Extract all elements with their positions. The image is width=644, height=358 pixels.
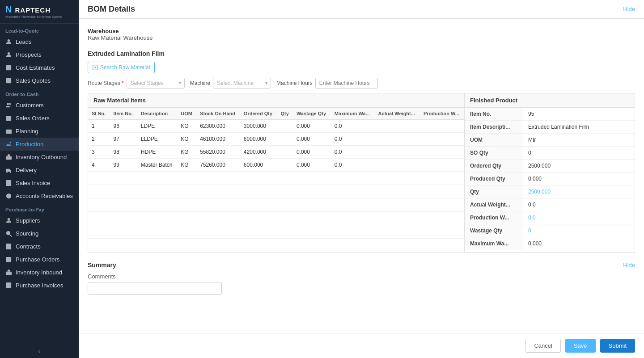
- form-row: Route Stages * Select Stages Machine Sel…: [88, 78, 635, 88]
- fp-row-so-qty: SO Qty 0: [465, 147, 635, 160]
- table-row-empty: [88, 239, 464, 252]
- table-row: 297LLDPEKG46100.0006000.0000.0000.0: [88, 133, 464, 146]
- fp-qty-label: Qty: [465, 185, 523, 198]
- fp-row-uom: UOM Mtr: [465, 134, 635, 147]
- cancel-button[interactable]: Cancel: [525, 339, 560, 353]
- sidebar-item-purchase-orders[interactable]: Purchase Orders: [0, 253, 79, 266]
- sidebar-item-sales-orders-label: Sales Orders: [16, 115, 50, 122]
- fp-so-qty-value: 0: [523, 147, 635, 160]
- svg-rect-5: [6, 78, 11, 83]
- raw-material-panel: Raw Material Items Sl No. Item No. Descr…: [88, 93, 465, 252]
- sidebar-item-contracts[interactable]: Contracts: [0, 240, 79, 253]
- col-uom: UOM: [177, 108, 196, 120]
- fp-item-desc-value: Extruded Lamination Film: [523, 121, 635, 134]
- machine-select[interactable]: Select Machine: [213, 78, 271, 88]
- fp-item-no-label: Item No.: [465, 108, 523, 121]
- fp-production-w-value[interactable]: 0.0: [523, 211, 635, 224]
- sidebar-item-planning[interactable]: Planning: [0, 125, 79, 138]
- col-actual-weight: Actual Weight...: [375, 108, 420, 120]
- sidebar-item-production[interactable]: Production: [0, 138, 79, 151]
- fp-row-actual-weight: Actual Weight... 0.0: [465, 198, 635, 211]
- sidebar-item-accounts-receivables[interactable]: Accounts Receivables: [0, 190, 79, 202]
- comments-input[interactable]: [88, 282, 222, 295]
- table-row-empty: [88, 212, 464, 225]
- table-row-empty: [88, 225, 464, 239]
- table-header-row: Sl No. Item No. Description UOM Stock On…: [88, 108, 464, 120]
- search-raw-material-button[interactable]: Search Raw Material: [88, 62, 155, 73]
- svg-rect-2: [6, 65, 11, 70]
- svg-point-7: [7, 103, 9, 105]
- route-stages-group: Route Stages * Select Stages: [88, 78, 185, 88]
- sidebar-item-cost-estimates[interactable]: Cost Estimates: [0, 61, 79, 74]
- section-order-to-cash: Order-to-Cash: [0, 87, 79, 99]
- col-wastage-qty: Wastage Qty: [293, 108, 331, 120]
- sidebar-item-purchase-invoices[interactable]: Purchase Invoices: [0, 279, 79, 292]
- save-button[interactable]: Save: [565, 339, 596, 353]
- fp-actual-weight-value: 0.0: [523, 198, 635, 211]
- col-sl-no: Sl No.: [88, 108, 110, 120]
- fp-row-wastage-qty: Wastage Qty 0: [465, 224, 635, 237]
- table-row-empty: [88, 185, 464, 198]
- finished-product-table: Item No. 95 Item Descripti... Extruded L…: [465, 108, 635, 250]
- sidebar-item-inventory-inbound-label: Inventory Inbound: [16, 269, 62, 276]
- main-content: BOM Details Hide Warehouse Raw Material …: [79, 0, 644, 358]
- route-stages-select[interactable]: Select Stages: [127, 78, 185, 88]
- svg-point-1: [8, 52, 10, 55]
- fp-qty-value[interactable]: 2500.000: [523, 185, 635, 198]
- svg-point-14: [9, 142, 11, 143]
- hide-button[interactable]: Hide: [623, 6, 635, 13]
- app-tagline: Maximise Revenue Minimise Spend: [5, 15, 73, 19]
- comments-label: Comments: [88, 273, 635, 280]
- col-ordered-qty: Ordered Qty: [240, 108, 277, 120]
- sidebar-item-sales-quotes-label: Sales Quotes: [16, 77, 51, 84]
- sidebar-item-customers[interactable]: Customers: [0, 99, 79, 112]
- summary-hide-button[interactable]: Hide: [623, 262, 635, 269]
- svg-rect-34: [6, 282, 11, 288]
- sidebar-item-accounts-receivables-label: Accounts Receivables: [16, 193, 73, 199]
- machine-group: Machine Select Machine: [190, 78, 271, 88]
- fp-row-max-wa: Maximum Wa... 0.000: [465, 237, 635, 250]
- fp-produced-qty-label: Produced Qty: [465, 173, 523, 185]
- sidebar-item-suppliers[interactable]: Suppliers: [0, 214, 79, 227]
- machine-hours-input[interactable]: [315, 78, 378, 88]
- sidebar-item-leads[interactable]: Leads: [0, 35, 79, 48]
- sidebar-item-inventory-outbound[interactable]: Inventory Outbound: [0, 151, 79, 164]
- sidebar-item-sales-invoice-label: Sales Invoice: [16, 180, 50, 186]
- sidebar-item-sales-invoice[interactable]: Sales Invoice: [0, 177, 79, 190]
- sidebar-item-inventory-inbound[interactable]: Inventory Inbound: [0, 266, 79, 279]
- sidebar-item-sourcing-label: Sourcing: [16, 230, 38, 237]
- sidebar-item-sales-orders[interactable]: Sales Orders: [0, 112, 79, 125]
- finished-product-panel-header: Finished Product: [465, 93, 635, 108]
- fp-ordered-qty-label: Ordered Qty: [465, 160, 523, 173]
- sidebar: N RAPTECH Maximise Revenue Minimise Spen…: [0, 0, 79, 358]
- sidebar-item-delivery[interactable]: Delivery: [0, 164, 79, 177]
- submit-button[interactable]: Submit: [600, 339, 635, 353]
- sidebar-item-prospects[interactable]: Prospects: [0, 48, 79, 61]
- sidebar-item-customers-label: Customers: [16, 102, 44, 109]
- fp-so-qty-label: SO Qty: [465, 147, 523, 160]
- route-stages-label: Route Stages *: [88, 80, 124, 86]
- sidebar-item-leads-label: Leads: [16, 38, 31, 45]
- sidebar-item-production-label: Production: [16, 141, 43, 147]
- machine-label: Machine: [190, 80, 210, 86]
- svg-point-0: [8, 39, 10, 42]
- machine-hours-group: Machine Hours: [276, 78, 378, 88]
- sidebar-item-sales-quotes[interactable]: Sales Quotes: [0, 74, 79, 87]
- table-row-empty: [88, 172, 464, 185]
- main-body: Warehouse Raw Material Warehouse Extrude…: [79, 19, 644, 333]
- col-description: Description: [137, 108, 177, 120]
- sidebar-item-purchase-invoices-label: Purchase Invoices: [16, 282, 63, 289]
- raw-material-table: Sl No. Item No. Description UOM Stock On…: [88, 108, 464, 252]
- fp-uom-label: UOM: [465, 134, 523, 147]
- sidebar-item-purchase-orders-label: Purchase Orders: [16, 256, 59, 263]
- fp-max-wa-value: 0.000: [523, 237, 635, 250]
- sidebar-item-sourcing[interactable]: Sourcing: [0, 227, 79, 240]
- col-max-wa: Maximum Wa...: [331, 108, 375, 120]
- sidebar-item-contracts-label: Contracts: [16, 243, 41, 250]
- fp-max-wa-label: Maximum Wa...: [465, 237, 523, 250]
- svg-rect-12: [6, 130, 12, 134]
- fp-wastage-qty-value[interactable]: 0: [523, 224, 635, 237]
- table-layout: Raw Material Items Sl No. Item No. Descr…: [88, 93, 635, 253]
- sidebar-collapse-button[interactable]: ‹: [0, 344, 79, 358]
- table-row: 499Master BatchKG75260.000600.0000.0000.…: [88, 159, 464, 172]
